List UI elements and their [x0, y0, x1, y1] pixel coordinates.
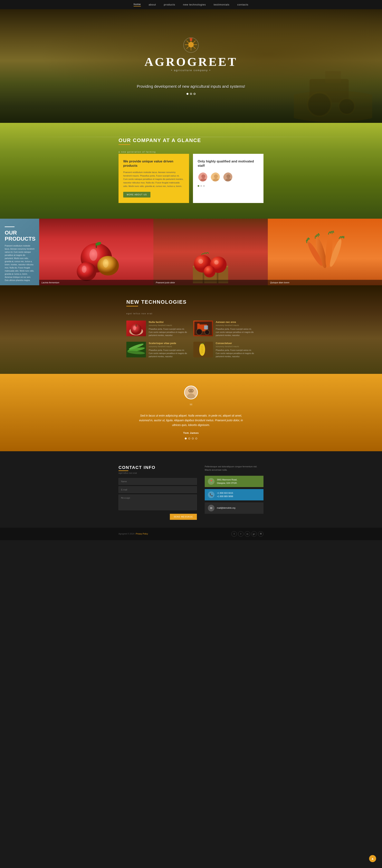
svg-point-19	[90, 249, 97, 261]
social-rss[interactable]: ⌘	[258, 531, 263, 537]
svg-rect-49	[197, 323, 200, 328]
hero-title: AGROGREET	[137, 55, 245, 69]
svg-point-61	[202, 349, 203, 350]
tractor-silhouette	[294, 48, 372, 122]
tech-item-2-text: Phasellus porta. Fusce suscipit varius m…	[216, 328, 256, 337]
tech-item-1-title: Nulla facilisi	[149, 320, 189, 323]
svg-rect-43	[136, 324, 136, 327]
testimonial-avatar	[184, 385, 198, 399]
avatar-2	[210, 172, 220, 182]
contact-right: Pellentesque sed doloraliquum congue fer…	[205, 465, 263, 520]
tech-item-4-text: Phasellus porta. Fusce suscipit varius m…	[216, 349, 256, 358]
social-twitter[interactable]: 𝕥	[231, 531, 237, 537]
product-caption-3: Quisque diam lorem	[268, 280, 382, 285]
products-title: OURPRODUCTS	[5, 230, 34, 242]
card2-dot-3[interactable]	[203, 185, 205, 187]
card1-text: Praesent vestibulum molestie lacus. Aene…	[123, 170, 184, 188]
products-left: OURPRODUCTS Praesent vestibulum molestie…	[0, 219, 39, 285]
tech-item-3-content: Scelerisque vitae pede nonummy hendrerit…	[149, 342, 189, 358]
products-desc: Praesent vestibulum molestie lacus. Aene…	[5, 244, 34, 282]
social-linkedin[interactable]: in	[245, 531, 250, 537]
nav-contacts[interactable]: contacts	[237, 3, 248, 6]
svg-point-25	[82, 266, 87, 273]
testimonial-name: Tom James	[4, 431, 378, 434]
contact-address: 📍 3901 Marmore Road, Glasgow, G04 3TGR.	[205, 476, 263, 487]
card2-dot-2[interactable]	[200, 185, 202, 187]
product-apples: Lacinia fermentum	[39, 219, 153, 285]
product-tomatoes: Praesent justo dolor	[153, 219, 267, 285]
privacy-link[interactable]: Privacy Policy	[136, 533, 148, 535]
company-title-underline	[119, 144, 130, 145]
t-dot-3[interactable]	[192, 437, 194, 439]
tech-img-corn	[193, 342, 213, 358]
apples-illustration	[39, 219, 153, 285]
email-input[interactable]	[119, 486, 197, 493]
svg-point-2	[308, 93, 331, 116]
nav-home[interactable]: home	[134, 3, 141, 6]
nav-testimonials[interactable]: testimonials	[214, 3, 230, 6]
svg-point-16	[226, 175, 230, 178]
svg-point-32	[198, 259, 203, 264]
svg-point-57	[202, 346, 203, 347]
svg-point-42	[133, 326, 136, 330]
nav-technologies[interactable]: new technologies	[183, 3, 206, 6]
tech-section: NEW TECHNOLOGIES eget tellus non erat	[0, 285, 382, 374]
t-dot-2[interactable]	[188, 437, 190, 439]
t-dot-4[interactable]	[195, 437, 197, 439]
svg-point-63	[202, 350, 203, 351]
tech-img-apple	[126, 320, 146, 336]
name-input[interactable]	[119, 478, 197, 485]
product-caption-2: Praesent justo dolor	[153, 280, 267, 285]
avatar-1	[198, 172, 208, 182]
contact-underline	[119, 470, 128, 471]
tech-item-1: Nulla facilisi nonummy hendrerit mauris …	[126, 320, 189, 337]
hero-dot-1[interactable]	[187, 93, 188, 95]
more-about-button[interactable]: MORE ABOUT US	[123, 192, 151, 197]
tech-item-1-content: Nulla facilisi nonummy hendrerit mauris …	[149, 320, 189, 337]
avatar-3	[223, 172, 233, 182]
hero-logo	[183, 37, 199, 53]
tech-item-4-title: Consectetuer	[216, 342, 256, 345]
tech-label: eget tellus non erat	[126, 312, 256, 315]
nav-products[interactable]: products	[164, 3, 175, 6]
nav-about[interactable]: about	[149, 3, 156, 6]
svg-point-8	[190, 39, 192, 40]
contact-address-text: 3901 Marmore Road, Glasgow, G04 3TGR.	[217, 478, 237, 485]
send-message-button[interactable]: SEND MESSAGE	[170, 514, 197, 520]
product-carrots: Quisque diam lorem	[268, 219, 382, 285]
svg-point-6	[188, 42, 194, 48]
company-section: OUR COMPANY AT A GLANCE a new generation…	[0, 123, 382, 219]
company-label: a new generation of farming	[119, 151, 263, 153]
tech-item-2-title: Aenean nec eros	[216, 320, 256, 323]
phone-icon: 📞	[208, 491, 215, 498]
message-textarea[interactable]	[119, 495, 197, 510]
contact-section: CONTACT INFO eget tellus non erat SEND M…	[0, 451, 382, 528]
contact-left: CONTACT INFO eget tellus non erat SEND M…	[119, 465, 197, 520]
svg-point-65	[202, 352, 203, 353]
contact-inner: CONTACT INFO eget tellus non erat SEND M…	[115, 465, 267, 520]
social-google[interactable]: g+	[251, 531, 257, 537]
social-facebook[interactable]: f	[238, 531, 244, 537]
products-section: OURPRODUCTS Praesent vestibulum molestie…	[0, 219, 382, 285]
hero-subtitle: • agriculture company •	[137, 69, 245, 72]
tomatoes-illustration	[153, 219, 267, 285]
hero-section: AGROGREET • agriculture company • Provid…	[0, 9, 382, 123]
tech-title-underline	[126, 306, 138, 306]
products-title-line	[5, 226, 14, 227]
t-dot-1[interactable]	[185, 437, 187, 439]
testimonial-text: Sed in lacus ut enim adipiscing aliquet.…	[136, 413, 246, 427]
card2-dot-1[interactable]	[198, 185, 199, 187]
hero-dot-3[interactable]	[194, 93, 195, 95]
svg-rect-4	[325, 71, 341, 83]
email-icon: ✉	[208, 505, 215, 512]
svg-point-24	[77, 262, 96, 281]
products-images: Lacinia fermentum	[39, 219, 382, 285]
svg-point-58	[200, 348, 202, 349]
contact-phone: 📞 +1 800 603 6015 +1 800 889 9898	[205, 489, 263, 500]
svg-point-60	[200, 349, 202, 350]
contact-phone-text: +1 800 603 6015 +1 800 889 9898	[217, 491, 233, 498]
svg-point-13	[214, 175, 218, 178]
hero-content: AGROGREET • agriculture company • Provid…	[137, 37, 245, 95]
svg-point-56	[200, 346, 202, 347]
hero-dot-2[interactable]	[190, 93, 192, 95]
